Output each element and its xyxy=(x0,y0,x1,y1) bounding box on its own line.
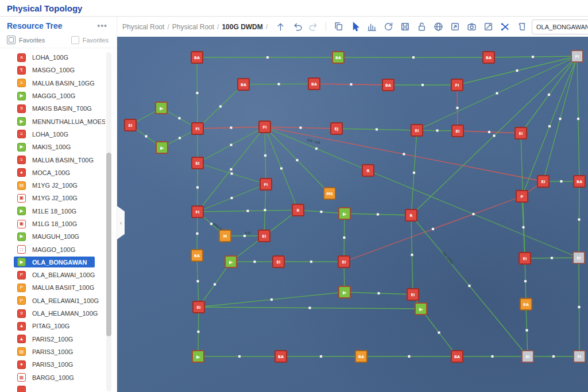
topology-node[interactable]: FI xyxy=(451,79,463,91)
topology-node[interactable]: ▮▸ xyxy=(415,303,427,315)
cut-icon[interactable] xyxy=(499,21,510,33)
tree-item[interactable]: ▤M1YG J2_100G xyxy=(0,179,105,192)
topology-node[interactable]: FI xyxy=(192,123,203,134)
tree-item[interactable]: PMALUA BASIIT_100G xyxy=(0,281,105,294)
tree-item[interactable]: ≡MALUA BASIN_T00G xyxy=(0,153,105,166)
topology-node[interactable]: R xyxy=(405,209,417,221)
arrow-up-icon[interactable] xyxy=(274,21,286,33)
link-handle[interactable] xyxy=(179,137,181,139)
panel-collapse-tab[interactable]: ‹ xyxy=(117,206,125,239)
camera-icon[interactable] xyxy=(466,21,477,33)
topology-node[interactable]: EI xyxy=(193,301,204,313)
link-handle[interactable] xyxy=(413,172,415,174)
breadcrumb-item[interactable]: Physical Root xyxy=(172,23,214,31)
link-handle[interactable] xyxy=(300,127,302,129)
link-handle[interactable] xyxy=(254,261,256,263)
redo-icon[interactable] xyxy=(308,21,319,33)
link-handle[interactable] xyxy=(197,280,199,282)
topology-node[interactable]: EI xyxy=(407,289,419,300)
link-handle[interactable] xyxy=(548,125,551,127)
refresh-icon[interactable] xyxy=(382,21,394,33)
link-handle[interactable] xyxy=(350,83,353,86)
topology-node[interactable]: MS xyxy=(324,188,335,199)
tree-item[interactable]: POLA_BELAWAI_100G xyxy=(0,269,105,281)
link-handle[interactable] xyxy=(376,129,378,131)
link-handle[interactable] xyxy=(411,254,413,256)
link-handle[interactable] xyxy=(179,117,181,119)
export-icon[interactable] xyxy=(449,21,461,33)
tree-item[interactable]: ¶MASGO_100G xyxy=(0,64,105,76)
link-handle[interactable] xyxy=(377,214,379,216)
tree-item[interactable]: ▶MAGGG_100G xyxy=(0,90,105,102)
tree-item-selected[interactable]: ▶OLA_BONGAWAN xyxy=(0,256,105,269)
link-handle[interactable] xyxy=(264,154,266,157)
topology-node[interactable]: EI xyxy=(452,125,463,137)
link-handle[interactable] xyxy=(309,307,311,309)
link-handle[interactable] xyxy=(270,298,273,301)
tree-item[interactable]: ≡MALUA BASIN_10GG xyxy=(0,77,105,90)
topology-node[interactable]: R xyxy=(292,204,304,216)
topology-node[interactable]: BA xyxy=(332,52,344,63)
topology-node[interactable]: R xyxy=(362,165,374,176)
link-handle[interactable] xyxy=(196,232,199,235)
tree-item[interactable] xyxy=(0,384,105,392)
topology-node[interactable]: BA xyxy=(275,351,287,362)
link-handle[interactable] xyxy=(243,235,246,237)
topology-node[interactable]: FI xyxy=(574,351,585,362)
tree-item[interactable]: aLOHA_100G xyxy=(0,51,105,64)
link-handle[interactable] xyxy=(432,228,434,230)
link-handle[interactable] xyxy=(230,168,233,170)
sidebar-scrollbar[interactable] xyxy=(106,52,111,391)
link-handle[interactable] xyxy=(378,292,380,294)
link-handle[interactable] xyxy=(230,127,233,129)
link-handle[interactable] xyxy=(526,329,528,332)
bar-chart-icon[interactable] xyxy=(366,21,377,33)
tree-item[interactable]: ▲PARIS2_100G xyxy=(0,333,105,346)
save-icon[interactable] xyxy=(399,21,411,33)
link-handle[interactable] xyxy=(278,83,280,86)
topology-node[interactable]: M xyxy=(219,230,231,242)
topology-node[interactable]: EI xyxy=(273,256,284,267)
topology-node[interactable]: BA xyxy=(574,176,585,187)
link-handle[interactable] xyxy=(320,211,323,213)
topology-node[interactable]: FI xyxy=(192,206,203,218)
topology-node[interactable]: EI xyxy=(125,119,136,131)
link-handle[interactable] xyxy=(403,153,405,156)
link-handle[interactable] xyxy=(438,332,440,334)
tree-item[interactable]: ▶M1LE 18_100G xyxy=(0,205,105,218)
link-handle[interactable] xyxy=(551,257,553,259)
topology-node[interactable]: ▮▸ xyxy=(156,142,168,153)
link-handle[interactable] xyxy=(343,236,346,239)
topology-node[interactable]: EI xyxy=(338,256,350,267)
link-handle[interactable] xyxy=(421,84,424,86)
link-handle[interactable] xyxy=(577,118,579,120)
favorites-toggle[interactable]: Favorites xyxy=(7,36,45,44)
link-handle[interactable] xyxy=(524,280,527,282)
link-handle[interactable] xyxy=(264,209,266,211)
topology-node[interactable]: EI xyxy=(573,252,585,263)
topology-node[interactable]: EI xyxy=(192,157,203,169)
link-handle[interactable] xyxy=(231,197,233,199)
topology-canvas[interactable]: OTC 108ATTCTC-BTX-TISSL KPSSBABABABA▮▸EI… xyxy=(117,37,588,392)
tree-item[interactable]: ▤PARIS3_100G xyxy=(0,346,105,358)
topology-node[interactable]: EI xyxy=(411,125,423,136)
link-handle[interactable] xyxy=(214,284,216,286)
favorites-checkbox[interactable] xyxy=(71,36,79,44)
topology-node[interactable]: BA xyxy=(382,79,394,91)
link-handle[interactable] xyxy=(219,106,222,108)
topology-node[interactable]: EI xyxy=(515,127,527,139)
link-handle[interactable] xyxy=(412,56,415,59)
copy-icon[interactable] xyxy=(332,21,344,33)
topology-node[interactable]: EI xyxy=(258,230,270,242)
link-handle[interactable] xyxy=(552,355,555,358)
tree-item[interactable]: ≡LOHA_100G xyxy=(0,128,105,141)
topology-node[interactable]: ▮▸ xyxy=(156,102,167,114)
link-handle[interactable] xyxy=(198,331,200,333)
link-handle[interactable] xyxy=(492,355,494,358)
tree-item[interactable]: □MAGGO_100G xyxy=(0,243,105,255)
link-handle[interactable] xyxy=(196,92,199,94)
topology-map[interactable]: OTC 108ATTCTC-BTX-TISSL KPSSBABABABA▮▸EI… xyxy=(117,37,588,392)
tree-item[interactable]: ●PARIS3_100G xyxy=(0,358,105,371)
link-handle[interactable] xyxy=(238,355,241,358)
tree-item[interactable]: POLA_RELAWAI1_100G xyxy=(0,294,105,307)
